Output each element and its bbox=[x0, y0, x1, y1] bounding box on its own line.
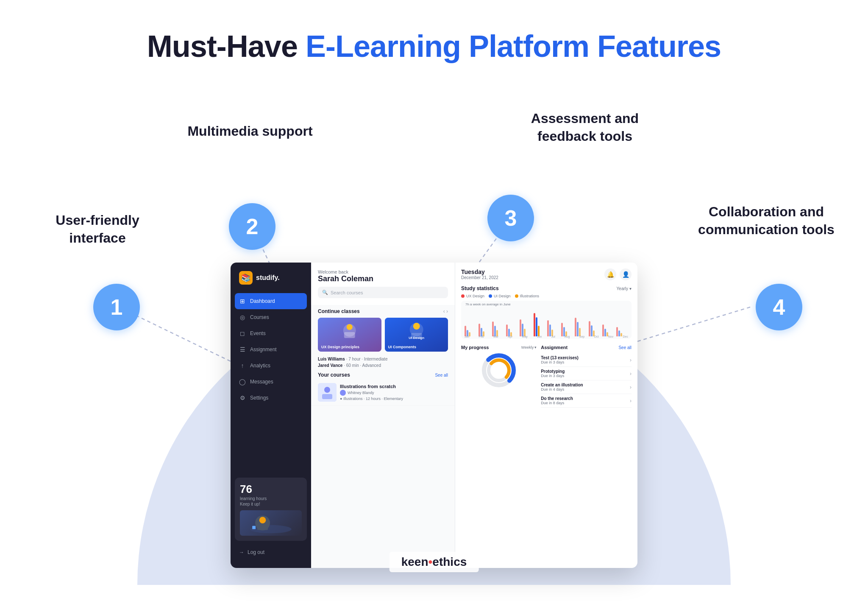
nav-label-analytics: Analytics bbox=[250, 363, 270, 369]
nav-item-analytics[interactable]: ↑ Analytics bbox=[231, 358, 311, 374]
profile-icon[interactable]: 👤 bbox=[620, 268, 632, 280]
course-hours: 12 hours bbox=[366, 397, 381, 401]
stats-label: learning hoursKeep it up! bbox=[240, 496, 302, 507]
assignment-info-4: Do the research Due in 8 days bbox=[541, 396, 573, 405]
class-card-2[interactable]: UI Design UI Components bbox=[385, 318, 448, 352]
assignment-info-2: Prototyping Due in 3 days bbox=[541, 369, 565, 378]
bar-apr bbox=[506, 324, 518, 336]
bar-oct bbox=[589, 321, 601, 336]
svg-rect-12 bbox=[344, 332, 355, 338]
mockup-container: 📚 studify. ⊞ Dashboard ◎ Courses ◻ Event… bbox=[231, 263, 637, 568]
logout-label: Log out bbox=[248, 549, 264, 555]
assignment-item-2[interactable]: Prototyping Due in 3 days › bbox=[541, 367, 632, 380]
assignment-arrow-1: › bbox=[630, 357, 632, 363]
assignment-name-1: Test (13 exercises) bbox=[541, 355, 579, 360]
nav-item-events[interactable]: ◻ Events bbox=[231, 325, 311, 341]
nav-label-assignment: Assignment bbox=[250, 347, 277, 352]
assignment-name-3: Create an illustration bbox=[541, 383, 583, 387]
nav-item-messages[interactable]: ◯ Messages bbox=[231, 374, 311, 390]
assignment-see-all[interactable]: See all bbox=[618, 345, 632, 350]
assignment-due-1: Due in 3 days bbox=[541, 360, 579, 364]
content-panels: Welcome back Sarah Coleman 🔍 Search cour… bbox=[311, 263, 637, 568]
assignment-item-3[interactable]: Create an illustration Due in 4 days › bbox=[541, 380, 632, 394]
bar-aug bbox=[561, 323, 573, 336]
number-bubble-3: 3 bbox=[487, 195, 534, 241]
feature-label-4: Collaboration andcommunication tools bbox=[694, 203, 838, 238]
nav-item-settings[interactable]: ⚙ Settings bbox=[231, 390, 311, 406]
nav-item-dashboard[interactable]: ⊞ Dashboard bbox=[235, 293, 307, 309]
courses-see-all[interactable]: See all bbox=[435, 373, 448, 378]
nav-item-courses[interactable]: ◎ Courses bbox=[231, 309, 311, 325]
svg-rect-20 bbox=[322, 394, 332, 399]
right-icons: 🔔 👤 bbox=[604, 268, 632, 280]
svg-point-11 bbox=[347, 324, 353, 330]
chart-legend: UX Design UI Design Illustrations bbox=[461, 294, 632, 298]
sidebar-nav: ⊞ Dashboard ◎ Courses ◻ Events ☰ Assignm… bbox=[231, 293, 311, 473]
chart-area: 7h a week on average in June bbox=[461, 301, 632, 339]
dashboard-icon: ⊞ bbox=[239, 298, 246, 305]
welcome-section: Welcome back Sarah Coleman 🔍 Search cour… bbox=[311, 263, 455, 305]
weekly-selector[interactable]: Weekly ▾ bbox=[521, 345, 537, 350]
bar-may bbox=[520, 319, 532, 336]
feature-label-2: Multimedia support bbox=[182, 123, 318, 140]
assignment-arrow-2: › bbox=[630, 371, 632, 377]
continue-classes: UX Design principles bbox=[311, 316, 455, 355]
assignment-icon: ☰ bbox=[239, 346, 246, 353]
course-item-1: Illustrations from scratch Whitney Bland… bbox=[311, 380, 455, 405]
svg-text:UI Design: UI Design bbox=[409, 336, 424, 340]
day-label: Tuesday bbox=[461, 268, 498, 275]
main-title: Must-Have E-Learning Platform Features bbox=[147, 30, 721, 63]
assignment-item-1[interactable]: Test (13 exercises) Due in 3 days › bbox=[541, 353, 632, 367]
study-stats-title: Study statistics bbox=[461, 285, 499, 291]
course-instructor: Luis Williams · 7 hour · Intermediate bbox=[311, 355, 455, 363]
title-highlight: E-Learning Platform Features bbox=[306, 29, 721, 63]
brand-dot: • bbox=[428, 555, 433, 568]
stats-illustration bbox=[240, 510, 302, 536]
period-selector[interactable]: Yearly ▾ bbox=[617, 286, 632, 291]
feature-label-3: Assessment andfeedback tools bbox=[509, 110, 661, 145]
svg-rect-7 bbox=[257, 524, 268, 530]
svg-point-6 bbox=[259, 517, 266, 524]
nav-label-courses: Courses bbox=[250, 314, 269, 320]
course-tag: ● Illustrations bbox=[340, 397, 362, 401]
chart-note: 7h a week on average in June bbox=[465, 302, 511, 306]
assignment-due-3: Due in 4 days bbox=[541, 387, 583, 391]
sidebar-logo: 📚 studify. bbox=[231, 271, 311, 293]
date-info: Tuesday December 21, 2022 bbox=[461, 268, 498, 280]
bar-mar bbox=[492, 322, 504, 336]
notification-icon[interactable]: 🔔 bbox=[604, 268, 616, 280]
course-thumbnail-1 bbox=[318, 383, 337, 402]
class-card-1[interactable]: UX Design principles bbox=[318, 318, 381, 352]
continue-classes-title: Continue classes bbox=[318, 308, 360, 314]
legend-label-illustrations: Illustrations bbox=[520, 294, 540, 298]
course-meta-1: ● Illustrations · 12 hours · Elementary bbox=[340, 397, 448, 401]
feature-label-1: User-friendlyinterface bbox=[38, 212, 157, 247]
assignment-info-1: Test (13 exercises) Due in 3 days bbox=[541, 355, 579, 364]
sidebar-footer[interactable]: → Log out bbox=[231, 545, 311, 559]
title-prefix: Must-Have bbox=[147, 29, 306, 63]
nav-item-assignment[interactable]: ☰ Assignment bbox=[231, 341, 311, 358]
progress-ring-area bbox=[461, 353, 537, 387]
logout-icon: → bbox=[239, 549, 244, 555]
nav-label-settings: Settings bbox=[250, 395, 268, 401]
assignment-item-4[interactable]: Do the research Due in 8 days › bbox=[541, 394, 632, 408]
content-right: Tuesday December 21, 2022 🔔 👤 Study stat… bbox=[455, 263, 637, 568]
number-bubble-1: 1 bbox=[93, 284, 140, 330]
course2-instructor: Jared Vance · 60 min · Advanced bbox=[311, 363, 455, 369]
search-box[interactable]: 🔍 Search courses bbox=[318, 287, 448, 298]
progress-section: My progress Weekly ▾ bbox=[461, 345, 537, 565]
sidebar-stats-box: 76 learning hoursKeep it up! bbox=[235, 478, 307, 541]
date-label: December 21, 2022 bbox=[461, 275, 498, 280]
course-level: Elementary bbox=[384, 397, 403, 401]
legend-label-ux: UX Design bbox=[466, 294, 484, 298]
legend-dot-ui bbox=[489, 294, 492, 298]
assignment-section: Assignment See all Test (13 exercises) D… bbox=[541, 345, 632, 565]
continue-classes-header: Continue classes ‹ › bbox=[311, 305, 455, 316]
nav-label-messages: Messages bbox=[250, 379, 273, 385]
assignment-due-4: Due in 8 days bbox=[541, 401, 573, 405]
nav-label-events: Events bbox=[250, 330, 266, 336]
course-info-1: Illustrations from scratch Whitney Bland… bbox=[340, 384, 448, 401]
continue-classes-arrows: ‹ › bbox=[443, 308, 448, 314]
welcome-name: Sarah Coleman bbox=[318, 274, 448, 283]
legend-illustrations: Illustrations bbox=[515, 294, 540, 298]
